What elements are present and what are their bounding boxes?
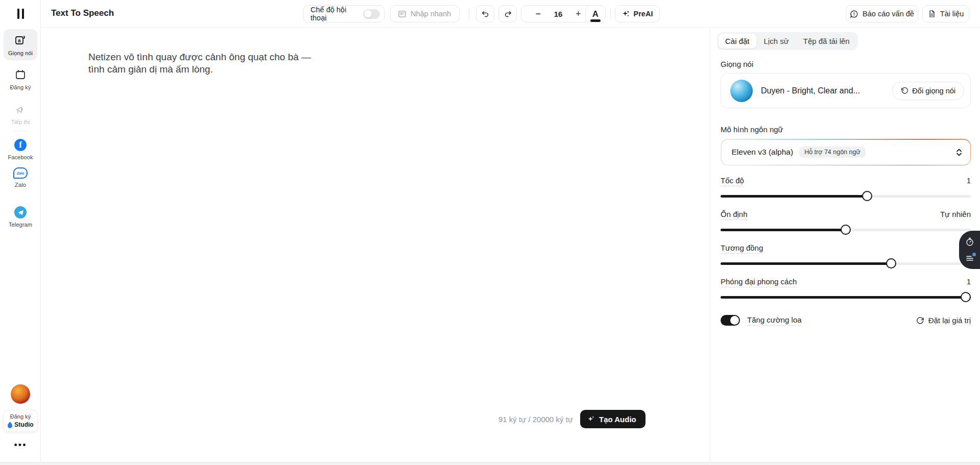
quick-input-icon [398, 10, 407, 18]
report-issue-button[interactable]: Báo cáo vấn đề [846, 5, 918, 22]
reset-values-label: Đặt lại giá trị [928, 316, 971, 325]
generate-audio-label: Tạo Audio [599, 415, 636, 424]
voice-section-label: Giọng nói [721, 60, 753, 68]
task-queue-button[interactable] [964, 253, 975, 264]
toolbar-separator [469, 9, 469, 19]
sidebar-item-label: Facebook [8, 154, 33, 160]
sidebar-item-facebook[interactable]: f Facebook [4, 139, 37, 160]
dialog-mode-toggle[interactable] [363, 9, 380, 19]
model-section-label: Mô hình ngôn ngữ [721, 125, 783, 134]
speaker-boost-toggle[interactable] [721, 315, 740, 326]
flame-icon [7, 422, 13, 428]
tab-settings[interactable]: Cài đặt [719, 34, 756, 48]
tab-history[interactable]: Lịch sử [757, 34, 796, 48]
tab-uploaded-files[interactable]: Tệp đã tải lên [797, 34, 856, 48]
user-avatar[interactable] [11, 384, 30, 404]
sidebar: a Giọng nói Đăng ký Tiếp [0, 0, 41, 465]
stopwatch-icon [965, 237, 974, 247]
preai-label: PreAI [634, 10, 653, 18]
font-size-value: 16 [554, 10, 563, 18]
timer-button[interactable] [964, 236, 975, 248]
preai-button[interactable]: PreAI [615, 5, 660, 22]
quick-input-label: Nhập nhanh [411, 10, 451, 18]
slider-value: 1 [967, 277, 971, 286]
sidebar-item-label: Đăng ký [10, 84, 31, 90]
undo-button[interactable] [476, 5, 494, 22]
panel-tabs: Cài đặt Lịch sử Tệp đã tải lên [717, 32, 858, 50]
svg-text:a: a [18, 38, 21, 43]
char-count: 91 ký tự / 20000 ký tự [498, 415, 573, 424]
model-select[interactable]: Eleven v3 (alpha) Hỗ trợ 74 ngôn ngữ [721, 139, 971, 165]
studio-subscribe-badge[interactable]: Đăng ký Studio [3, 410, 38, 432]
studio-badge-line2: Studio [14, 421, 33, 428]
sidebar-item-label: Tiếp thị [11, 119, 30, 125]
topbar: Text To Speech Chế độ hội thoại Nhập nha… [41, 0, 980, 28]
sidebar-item-label: Telegram [9, 222, 32, 228]
sidebar-item-label: Giọng nói [8, 50, 33, 56]
voice-avatar[interactable] [730, 80, 753, 102]
slider-track[interactable] [721, 262, 971, 265]
voice-text-icon: a [14, 34, 27, 47]
studio-badge-line1: Đăng ký [5, 413, 36, 420]
sparkle-icon [622, 10, 630, 18]
editor-canvas[interactable]: Netizen vô tình quay được cảnh ông quạt … [41, 28, 710, 462]
docs-label: Tài liệu [940, 10, 964, 18]
slider-track[interactable] [721, 195, 971, 198]
dialog-mode-toggle-pill[interactable]: Chế độ hội thoại [303, 5, 385, 22]
sparkle-icon [587, 415, 595, 423]
editor-text[interactable]: Netizen vô tình quay được cảnh ông quạt … [88, 51, 318, 76]
editor-bottom-row: 91 ký tự / 20000 ký tự Tạo Audio [498, 410, 646, 428]
page-title: Text To Speech [51, 8, 114, 18]
tts-app: a Giọng nói Đăng ký Tiếp [0, 0, 980, 465]
slider-label: Phóng đại phong cách [721, 277, 797, 287]
sidebar-item-zalo[interactable]: Zalo Zalo [4, 167, 37, 188]
font-size-control: − 16 + [521, 5, 595, 22]
slider-label: Tương đồng [721, 243, 763, 254]
docs-button[interactable]: Tài liệu [922, 5, 969, 22]
facebook-icon: f [14, 139, 27, 151]
report-bubble-icon [850, 10, 858, 18]
slider-thumb[interactable] [862, 191, 872, 201]
chevron-updown-icon [956, 149, 962, 156]
sidebar-item-subscription[interactable]: Đăng ký [4, 68, 37, 90]
slider-speed: Tốc độ 1 [721, 176, 971, 198]
slider-label: Ổn định [721, 210, 748, 220]
slider-stability: Ổn định Tự nhiên [721, 210, 971, 231]
speaker-boost-label: Tăng cường loa [747, 315, 802, 326]
sidebar-item-marketing[interactable]: Tiếp thị [4, 103, 37, 125]
change-voice-button[interactable]: Đổi giọng nói [892, 82, 964, 100]
slider-similarity: Tương đồng [721, 243, 971, 265]
font-size-increase-button[interactable]: + [573, 9, 583, 19]
refresh-icon [916, 316, 924, 325]
bottom-strip [0, 462, 980, 465]
telegram-icon [14, 206, 27, 218]
quick-input-button[interactable]: Nhập nhanh [390, 5, 460, 22]
toolbar-separator [610, 9, 611, 19]
font-size-decrease-button[interactable]: − [534, 9, 543, 19]
notification-dot [972, 253, 976, 256]
slider-thumb[interactable] [961, 292, 971, 302]
model-name: Eleven v3 (alpha) [732, 148, 794, 157]
redo-button[interactable] [498, 5, 517, 22]
redo-icon [504, 10, 512, 18]
slider-thumb[interactable] [841, 225, 851, 235]
sidebar-item-voice[interactable]: a Giọng nói [4, 29, 37, 60]
model-language-badge: Hỗ trợ 74 ngôn ngữ [799, 146, 866, 158]
collapse-sidebar-icon[interactable] [12, 6, 29, 21]
slider-track[interactable] [721, 296, 971, 299]
undo-icon [481, 10, 490, 18]
sidebar-item-label: Zalo [15, 182, 26, 188]
settings-panel: Cài đặt Lịch sử Tệp đã tải lên Giọng nói… [710, 28, 980, 462]
slider-label: Tốc độ [721, 176, 744, 186]
text-color-button[interactable]: A [585, 5, 606, 22]
sidebar-item-telegram[interactable]: Telegram [4, 206, 37, 228]
slider-style-exaggeration: Phóng đại phong cách 1 [721, 277, 971, 299]
more-menu-button[interactable]: ••• [0, 440, 41, 451]
change-voice-label: Đổi giọng nói [912, 87, 955, 95]
reset-values-button[interactable]: Đặt lại giá trị [916, 316, 971, 325]
slider-thumb[interactable] [886, 258, 896, 268]
generate-audio-button[interactable]: Tạo Audio [580, 410, 646, 428]
floating-queue-widget [959, 231, 980, 269]
slider-track[interactable] [721, 229, 971, 231]
document-icon [928, 10, 936, 18]
